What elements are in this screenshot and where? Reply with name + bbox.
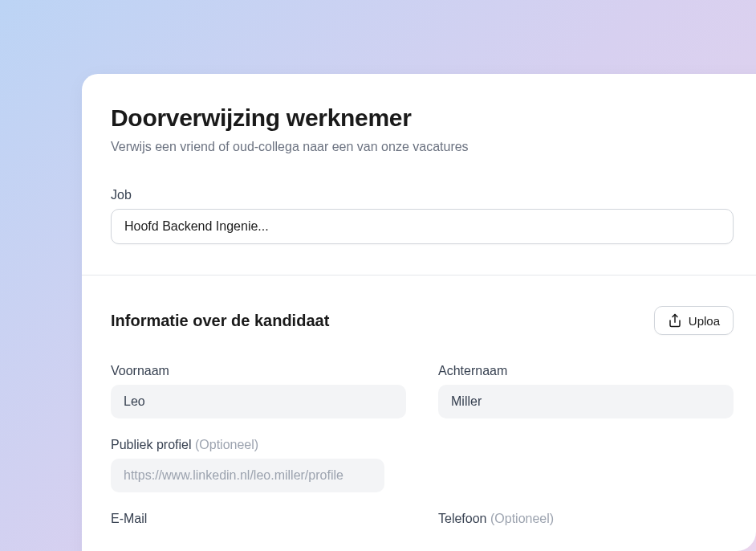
first-name-col: Voornaam [111,364,406,418]
contact-row: E-Mail Telefoon (Optioneel) [111,512,734,533]
email-label: E-Mail [111,512,406,526]
candidate-section-header: Informatie over de kandidaat Uploa [111,306,734,335]
profile-label: Publiek profiel (Optioneel) [111,438,734,452]
last-name-input[interactable] [438,385,734,418]
profile-row: Publiek profiel (Optioneel) [111,438,734,492]
first-name-label: Voornaam [111,364,406,378]
first-name-input[interactable] [111,385,406,418]
upload-button[interactable]: Uploa [654,306,734,335]
last-name-label: Achternaam [438,364,734,378]
profile-input[interactable] [111,459,384,492]
page-subtitle: Verwijs een vriend of oud-collega naar e… [111,140,734,154]
phone-col: Telefoon (Optioneel) [438,512,734,533]
profile-optional: (Optioneel) [195,438,258,451]
phone-optional: (Optioneel) [490,512,554,525]
referral-card: Doorverwijzing werknemer Verwijs een vri… [82,74,756,551]
upload-button-label: Uploa [689,314,720,328]
job-select[interactable]: Hoofd Backend Ingenie... [111,209,734,244]
email-col: E-Mail [111,512,406,533]
last-name-col: Achternaam [438,364,734,418]
page-title: Doorverwijzing werknemer [111,104,734,132]
job-select-wrapper: Hoofd Backend Ingenie... [111,209,734,244]
divider [82,275,756,276]
job-label: Job [111,188,734,202]
name-row: Voornaam Achternaam [111,364,734,418]
candidate-section-title: Informatie over de kandidaat [111,312,329,330]
upload-icon [668,313,682,328]
phone-label: Telefoon (Optioneel) [438,512,734,526]
